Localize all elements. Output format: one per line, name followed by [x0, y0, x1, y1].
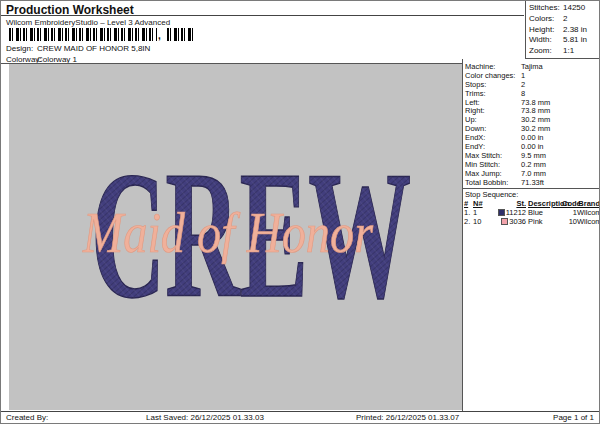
stop-needle: 1	[473, 208, 485, 217]
spec-row: Trims:8	[463, 89, 600, 98]
footer-created-by: Created By:	[6, 413, 48, 422]
design-canvas: CREW CREW CREW Maid of Honor	[9, 64, 463, 410]
machine-spec-list: Machine:Tajima Color changes:1 Stops:2 T…	[463, 59, 600, 186]
thread-brand: Wilcom	[577, 208, 600, 217]
spec-label: Total Bobbin:	[465, 178, 508, 187]
summary-row: Colors:2	[526, 14, 600, 25]
spec-row: Left:73.8 mm	[463, 98, 600, 107]
thread-description: Pink	[526, 217, 562, 226]
thread-color-swatch	[501, 218, 508, 225]
spec-label: Right:	[465, 106, 485, 115]
thread-code: 11212	[506, 208, 526, 217]
spec-value: 9.5 mm	[521, 151, 546, 160]
footer-divider	[1, 411, 599, 412]
footer-last-saved: Last Saved: 26/12/2025 01.33.03	[146, 413, 264, 422]
stop-sequence-divider	[463, 188, 600, 189]
stop-thread-cell: 11212	[485, 208, 526, 217]
design-label: Design:	[6, 44, 33, 53]
spec-value: Tajima	[521, 62, 543, 71]
barcode-bars-icon	[167, 28, 195, 41]
footer-page-number: Page 1 of 1	[553, 413, 594, 422]
spec-label: Left:	[465, 98, 480, 107]
production-worksheet-page: Production Worksheet Wilcom EmbroiderySt…	[0, 0, 600, 424]
spec-label: Up:	[465, 115, 477, 124]
machine-info-panel: Machine:Tajima Color changes:1 Stops:2 T…	[462, 59, 600, 411]
spec-row: Up:30.2 mm	[463, 115, 600, 124]
software-subtitle: Wilcom EmbroideryStudio – Level 3 Advanc…	[6, 18, 170, 27]
summary-value: 5.81 in	[563, 35, 587, 44]
summary-row: Stitches:14250	[526, 3, 600, 14]
design-barcode: ,	[9, 28, 195, 41]
embroidery-design-preview: CREW CREW CREW Maid of Honor	[9, 64, 463, 410]
spec-label: EndX:	[465, 133, 485, 142]
spec-row: EndY:0.00 in	[463, 142, 600, 151]
spec-row: Max Jump:7.0 mm	[463, 169, 600, 178]
summary-label: Stitches:	[529, 3, 560, 12]
col-header-st: St.	[485, 199, 526, 208]
spec-label: Min Stitch:	[465, 160, 500, 169]
barcode-separator: ,	[158, 28, 161, 41]
summary-value: 14250	[563, 3, 585, 12]
design-value: CREW MAID OF HONOR 5,8IN	[37, 44, 150, 53]
summary-row: Width:5.81 in	[526, 35, 600, 46]
spec-value: 30.2 mm	[521, 124, 550, 133]
col-header-description: Description	[526, 199, 562, 208]
spec-value: 73.8 mm	[521, 106, 550, 115]
summary-value: 1:1	[563, 46, 574, 55]
thread-code: 3036	[509, 217, 526, 226]
spec-label: Max Stitch:	[465, 151, 502, 160]
stop-num: 2.	[464, 217, 473, 226]
design-script-text: Maid of Honor	[82, 200, 373, 265]
thread-brand: Wilcom	[577, 217, 600, 226]
spec-value: 0.00 in	[521, 142, 544, 151]
spec-row: Machine:Tajima	[463, 62, 600, 71]
spec-value: 7.0 mm	[521, 169, 546, 178]
summary-label: Width:	[529, 35, 552, 44]
title-divider	[1, 15, 524, 16]
spec-value: 8	[521, 89, 525, 98]
design-summary-box: Stitches:14250 Colors:2 Height:2.38 in W…	[525, 1, 600, 59]
thread-description: Blue	[526, 208, 562, 217]
spec-row: Max Stitch:9.5 mm	[463, 151, 600, 160]
summary-value: 2	[563, 14, 567, 23]
summary-row: Height:2.38 in	[526, 25, 600, 36]
thread-code-num: 1	[562, 208, 577, 217]
thread-color-swatch	[498, 209, 505, 216]
stop-sequence-table: # N# St. Description Code Brand 1. 1 112…	[464, 199, 600, 226]
stop-sequence-row: 2. 10 3036 Pink 10 Wilcom	[464, 217, 600, 226]
summary-row: Zoom:1:1	[526, 46, 600, 57]
col-header-n: N#	[473, 199, 485, 208]
col-header-brand: Brand	[577, 199, 600, 208]
spec-label: Max Jump:	[465, 169, 502, 178]
footer-printed: Printed: 26/12/2025 01.33.07	[356, 413, 459, 422]
thread-code-num: 10	[562, 217, 577, 226]
spec-row: Min Stitch:0.2 mm	[463, 160, 600, 169]
spec-row: EndX:0.00 in	[463, 133, 600, 142]
col-header-num: #	[464, 199, 473, 208]
stop-needle: 10	[473, 217, 485, 226]
spec-value: 2	[521, 80, 525, 89]
spec-row: Color changes:1	[463, 71, 600, 80]
stop-thread-cell: 3036	[485, 217, 526, 226]
spec-value: 30.2 mm	[521, 115, 550, 124]
spec-label: EndY:	[465, 142, 485, 151]
spec-label: Down:	[465, 124, 486, 133]
spec-value: 0.2 mm	[521, 160, 546, 169]
summary-label: Zoom:	[529, 46, 552, 55]
spec-label: Color changes:	[465, 71, 515, 80]
stop-num: 1.	[464, 208, 473, 217]
barcode-bars-icon	[9, 28, 157, 41]
col-header-code: Code	[562, 199, 577, 208]
spec-value: 0.00 in	[521, 133, 544, 142]
spec-row: Down:30.2 mm	[463, 124, 600, 133]
spec-row: Total Bobbin:71.33ft	[463, 178, 600, 187]
spec-row: Stops:2	[463, 80, 600, 89]
design-name-row: Design: CREW MAID OF HONOR 5,8IN	[6, 44, 33, 53]
spec-label: Trims:	[465, 89, 486, 98]
spec-label: Machine:	[465, 62, 495, 71]
summary-label: Colors:	[529, 14, 554, 23]
stop-sequence-title: Stop Sequence:	[465, 190, 518, 199]
spec-value: 1	[521, 71, 525, 80]
spec-value: 73.8 mm	[521, 98, 550, 107]
spec-value: 71.33ft	[521, 178, 544, 187]
